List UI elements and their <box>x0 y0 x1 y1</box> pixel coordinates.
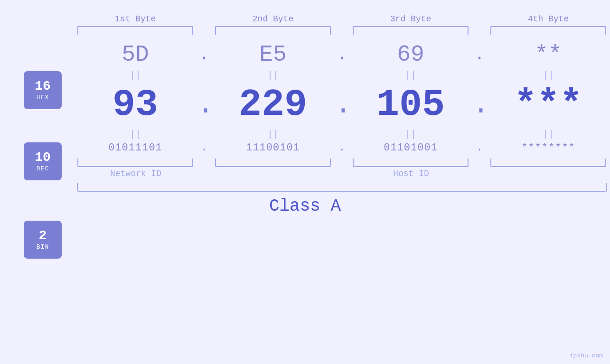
badge-bin: 2 BIN <box>24 221 62 259</box>
equals-2: || <box>211 70 335 81</box>
bin-cell-3: 01101001 <box>349 142 472 154</box>
equals-1: || <box>74 70 197 81</box>
hex-val-1: 5D <box>122 42 149 67</box>
hex-row: 5D . E5 . 69 . ** <box>0 42 610 67</box>
col-header-3: 3rd Byte <box>349 14 472 24</box>
equals-5: || <box>74 129 197 140</box>
badge-hex-label: HEX <box>37 94 49 101</box>
bin-cell-4: ******** <box>487 142 610 154</box>
hex-cell-3: 69 <box>349 42 472 67</box>
dot-dec-3: . <box>472 89 487 121</box>
hex-val-4: ** <box>535 42 562 67</box>
dec-cell-2: 229 <box>211 83 335 126</box>
equals-3: || <box>349 70 472 81</box>
col-header-2: 2nd Byte <box>211 14 335 24</box>
dec-val-3: 105 <box>376 83 445 126</box>
dot-hex-2: . <box>335 45 349 65</box>
dec-val-1: 93 <box>113 83 158 126</box>
badge-hex-num: 16 <box>35 80 51 93</box>
equals-row-2: || || || || <box>0 129 610 140</box>
bin-cell-2: 11100101 <box>211 142 335 154</box>
dec-cell-4: *** <box>487 83 610 126</box>
bracket-top-4 <box>490 26 606 35</box>
dot-dec-1: . <box>197 89 211 121</box>
dot-bin-3: . <box>472 142 487 154</box>
bracket-top-3 <box>353 26 469 35</box>
bracket-full-bottom <box>77 183 607 192</box>
badge-dec: 10 DEC <box>24 142 62 180</box>
badge-bin-num: 2 <box>39 229 47 243</box>
badge-bin-label: BIN <box>37 243 49 251</box>
bin-val-4: ******** <box>521 142 575 154</box>
dot-hex-1: . <box>197 45 211 65</box>
bin-val-2: 11100101 <box>246 142 300 154</box>
dec-cell-1: 93 <box>74 83 197 126</box>
network-host-labels: Network ID Host ID <box>0 169 610 178</box>
bracket-host-1 <box>215 159 331 167</box>
bin-val-1: 01011101 <box>108 142 162 154</box>
badge-hex: 16 HEX <box>24 71 62 109</box>
hex-val-3: 69 <box>397 42 424 67</box>
column-headers: 1st Byte 2nd Byte 3rd Byte 4th Byte <box>0 14 610 24</box>
dec-cell-3: 105 <box>349 83 472 126</box>
bin-row: 01011101 . 11100101 . 01101001 . *******… <box>0 142 610 154</box>
bracket-top-2 <box>215 26 331 35</box>
dot-hex-3: . <box>472 45 487 65</box>
col-header-4: 4th Byte <box>487 14 610 24</box>
equals-8: || <box>487 129 610 140</box>
dot-bin-2: . <box>335 142 349 154</box>
dec-val-4: *** <box>514 83 582 126</box>
equals-4: || <box>487 70 610 81</box>
dec-row: 93 . 229 . 105 . *** <box>0 83 610 126</box>
host-id-label: Host ID <box>212 169 610 178</box>
hex-cell-2: E5 <box>211 42 335 67</box>
dot-bin-1: . <box>197 142 211 154</box>
col-header-1: 1st Byte <box>74 14 197 24</box>
hex-val-2: E5 <box>259 42 287 67</box>
bracket-top-1 <box>77 26 193 35</box>
equals-row-1: || || || || <box>0 70 610 81</box>
dec-val-2: 229 <box>239 83 307 126</box>
bracket-host-2 <box>353 159 469 167</box>
badge-dec-num: 10 <box>35 151 51 164</box>
bracket-host-3 <box>490 159 606 167</box>
equals-6: || <box>211 129 335 140</box>
class-label: Class A <box>0 196 610 216</box>
badge-dec-label: DEC <box>37 165 49 172</box>
bracket-network <box>77 159 193 167</box>
hex-cell-4: ** <box>487 42 610 67</box>
bin-val-3: 01101001 <box>384 142 438 154</box>
top-brackets <box>0 26 610 35</box>
network-id-label: Network ID <box>74 169 198 178</box>
watermark: ipshu.com <box>570 352 603 359</box>
bin-cell-1: 01011101 <box>74 142 197 154</box>
dot-dec-2: . <box>335 89 349 121</box>
hex-cell-1: 5D <box>74 42 197 67</box>
main-container: 16 HEX 10 DEC 2 BIN 1st Byte 2nd Byte 3r… <box>0 0 610 364</box>
equals-7: || <box>349 129 472 140</box>
bottom-brackets <box>0 159 610 167</box>
